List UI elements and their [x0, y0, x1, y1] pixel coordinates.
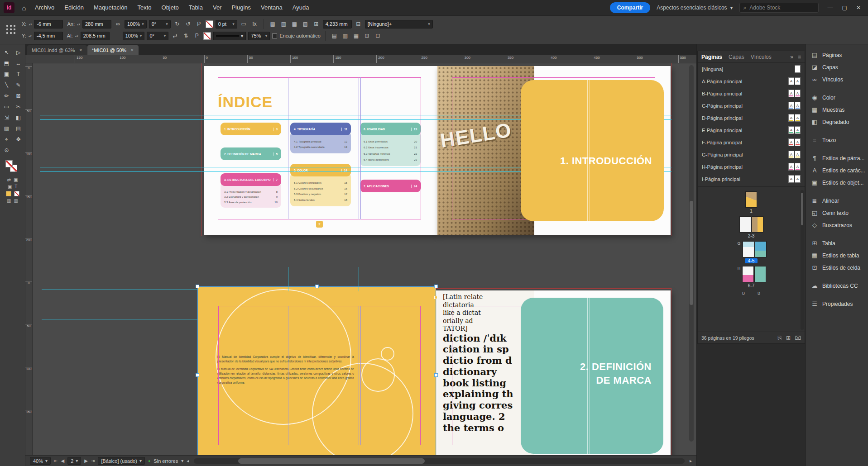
- swatch-yellow[interactable]: [6, 191, 11, 196]
- scroll-right-button[interactable]: ▸: [690, 458, 692, 463]
- spread-row-1[interactable]: 1: [745, 191, 757, 214]
- panel-tab-alinear[interactable]: ≣Alinear: [806, 195, 868, 207]
- master-row[interactable]: I-Página principal A A: [698, 173, 805, 185]
- panel-tab-buscatrazos[interactable]: ◇Buscatrazos: [806, 219, 868, 231]
- spread-row-6-7[interactable]: H 6-7: [736, 266, 767, 288]
- rectangle-tool[interactable]: ▭: [1, 101, 13, 112]
- spread-row-2-3[interactable]: 2-3: [739, 216, 763, 238]
- master-row[interactable]: D-Página principal A A: [698, 112, 805, 124]
- text-align-left-icon[interactable]: ▤: [330, 32, 339, 40]
- selection-tool[interactable]: ↖: [1, 47, 13, 58]
- panel-tab-cenir-texto[interactable]: ◱Ceñir texto: [806, 207, 868, 219]
- opacity-field[interactable]: 75%▾: [248, 32, 270, 40]
- preflight-status-label[interactable]: Sin errores: [153, 458, 178, 464]
- document-tab-mic01-50-active[interactable]: *MIC01 @ 50% ✕: [87, 45, 139, 55]
- menu-item[interactable]: Objeto: [157, 0, 184, 15]
- y-stepper[interactable]: ▴▾: [29, 34, 32, 38]
- text-align-center-icon[interactable]: ▥: [341, 32, 350, 40]
- page-thumbnail[interactable]: [745, 191, 757, 208]
- panel-tab-capas[interactable]: ◪Capas: [806, 61, 868, 73]
- object-style-dropdown[interactable]: [Ninguno]+▾: [365, 20, 433, 29]
- selection-handle[interactable]: [196, 285, 199, 288]
- panel-tab-paginas[interactable]: ▤Páginas: [806, 49, 868, 61]
- direct-selection-tool[interactable]: ▷: [13, 47, 24, 58]
- select-content-icon[interactable]: P: [192, 32, 201, 40]
- panel-tab-vinculos[interactable]: ∞Vínculos: [806, 73, 868, 86]
- width-field[interactable]: 280 mm: [82, 20, 111, 29]
- selection-handle[interactable]: [315, 285, 319, 288]
- menu-item[interactable]: Plugins: [226, 0, 256, 15]
- canvas-horizontal-scrollbar[interactable]: [194, 458, 685, 464]
- eyedropper-tool[interactable]: ⌖: [1, 134, 13, 145]
- content-collector-tool[interactable]: ▣: [1, 69, 13, 80]
- align-right-icon[interactable]: ▦: [290, 20, 299, 29]
- scroll-left-button[interactable]: ◂: [187, 458, 189, 463]
- document-tab-mic01-63[interactable]: MIC01.indd @ 63% ✕: [27, 45, 87, 55]
- corner-options-icon[interactable]: ▭: [240, 20, 248, 29]
- gradient-feather-tool[interactable]: ▨: [1, 123, 13, 134]
- scrollbar-thumb[interactable]: [238, 458, 425, 464]
- previous-page-button[interactable]: ◀: [61, 458, 64, 463]
- gutter-field[interactable]: 4,233 mm: [323, 20, 352, 29]
- page-thumbnail[interactable]: [755, 241, 767, 257]
- fill-stroke-widget[interactable]: [5, 159, 21, 176]
- panel-scrollbar[interactable]: [801, 190, 804, 330]
- page-thumbnail[interactable]: [752, 216, 763, 233]
- chapter-2-frame[interactable]: 2. DEFINICIÓN DE MARCA: [521, 298, 663, 454]
- ruler-guide[interactable]: [288, 267, 288, 291]
- x-field[interactable]: -6 mm: [34, 20, 63, 29]
- master-row[interactable]: F-Página principal A A: [698, 136, 805, 148]
- menu-item[interactable]: Ventana: [256, 0, 288, 15]
- text-align-right-icon[interactable]: ▦: [352, 32, 360, 40]
- panel-tab-degradado[interactable]: ◧Degradado: [806, 116, 868, 128]
- collapse-panel-icon[interactable]: »: [790, 54, 793, 60]
- maximize-button[interactable]: ▢: [842, 5, 847, 11]
- distribute-icon[interactable]: ▧: [301, 20, 310, 29]
- canvas[interactable]: 050100150200050100150 HELLO ÍNDICE: [25, 63, 696, 455]
- height-field[interactable]: 208,5 mm: [81, 32, 110, 40]
- row-controls-icon[interactable]: ⊟: [374, 32, 382, 40]
- close-tab-icon[interactable]: ✕: [79, 48, 83, 52]
- type-tool[interactable]: T: [13, 69, 24, 80]
- align-left-icon[interactable]: ▤: [269, 20, 277, 29]
- master-row[interactable]: E-Página principal A A: [698, 124, 805, 136]
- width-stepper[interactable]: ▴▾: [77, 23, 80, 26]
- zoom-tool[interactable]: ⊙: [1, 145, 13, 156]
- panel-tab-muestras[interactable]: ▦Muestras: [806, 104, 868, 116]
- panel-tab-estilos-tabla[interactable]: ▦Estilos de tabla: [806, 249, 868, 262]
- gap-tool[interactable]: ↔: [13, 58, 24, 69]
- swatch-none[interactable]: [14, 191, 19, 196]
- flip-horizontal-icon[interactable]: ⇄: [171, 32, 179, 40]
- selection-handle[interactable]: [434, 285, 438, 288]
- chevron-down-icon[interactable]: ▾: [181, 458, 183, 463]
- ruler-guide[interactable]: [42, 290, 197, 290]
- free-transform-tool[interactable]: ⇲: [1, 112, 13, 123]
- constrain-proportions-icon[interactable]: ∞: [114, 20, 122, 29]
- rectangle-frame-tool[interactable]: ⊠: [13, 90, 24, 101]
- preflight-profile-dropdown[interactable]: [Básico] (usado)▾: [98, 457, 145, 465]
- normal-view-button[interactable]: ▥: [7, 198, 11, 203]
- line-tool[interactable]: ╲: [1, 80, 13, 90]
- spread-label[interactable]: 6-7: [748, 283, 754, 288]
- ruler-guide[interactable]: [42, 319, 197, 319]
- spread-label-selected[interactable]: 4-5: [745, 258, 758, 263]
- apply-to-text-button[interactable]: T: [14, 184, 17, 189]
- panel-tab-propiedades[interactable]: ☰Propiedades: [806, 298, 868, 310]
- select-container-icon[interactable]: P: [195, 20, 203, 29]
- last-page-button[interactable]: ⇥: [91, 458, 95, 463]
- minimize-button[interactable]: —: [828, 5, 833, 11]
- grid-options-icon[interactable]: ⊟: [354, 20, 363, 29]
- preview-view-button[interactable]: ▥: [14, 198, 18, 203]
- menu-item[interactable]: Ayuda: [288, 0, 314, 15]
- ruler-guide[interactable]: [42, 359, 197, 359]
- fill-color-indicator[interactable]: [5, 160, 13, 167]
- scrollbar-thumb[interactable]: [801, 193, 803, 225]
- fill-color-swatch[interactable]: [206, 20, 213, 28]
- hand-tool[interactable]: ✥: [13, 134, 24, 145]
- first-page-button[interactable]: ⇤: [54, 458, 58, 463]
- chapter-1-frame[interactable]: 1. INTRODUCCIÓN: [521, 80, 664, 221]
- master-row-ninguna[interactable]: [Ninguna]: [698, 63, 805, 75]
- menu-item[interactable]: Archivo: [30, 0, 59, 15]
- rotate-cw-icon[interactable]: ↻: [173, 20, 182, 29]
- master-row[interactable]: G-Página principal A A: [698, 148, 805, 161]
